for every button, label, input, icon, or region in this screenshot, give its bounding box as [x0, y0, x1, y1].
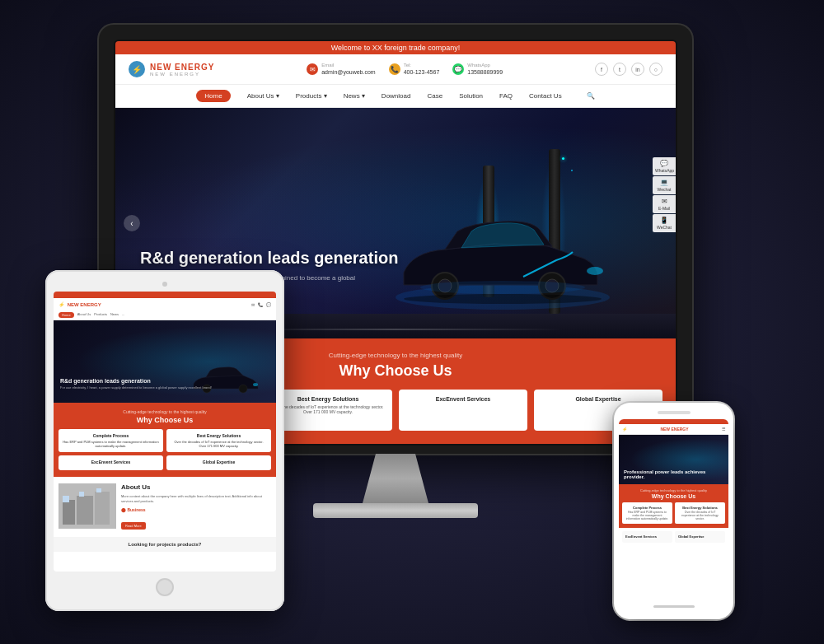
tablet-stat-1: ⬤ Business	[121, 507, 146, 512]
phone-service-card-1: ExcEnvent Services	[622, 531, 672, 543]
phone-why-sub: Cutting-edge technology to the highest q…	[622, 488, 725, 492]
whatsapp-details: WhatsApp 13588889999	[467, 62, 503, 77]
tel-icon: 📞	[389, 63, 400, 75]
instagram-icon[interactable]: ○	[649, 63, 662, 76]
tablet-logo: ⚡ NEW ENERGY	[59, 301, 101, 307]
widget-email[interactable]: ✉ E-Mail	[653, 195, 676, 213]
nav-faq[interactable]: FAQ	[499, 92, 513, 100]
tablet-about-text-col: About Us More content about the company …	[121, 483, 271, 530]
phone-website: ⚡ NEW ENERGY ☰ Professional power leads …	[619, 419, 728, 600]
phone-why-card-1: Complete Process Has ERP and PLM systems…	[622, 502, 672, 524]
tablet-why-section: Cutting-edge technology to the highest q…	[54, 403, 276, 477]
tablet-about-button[interactable]: Read More	[121, 522, 146, 530]
email-contact: ✉ Email admin@youweb.com	[307, 62, 375, 77]
whatsapp-label: WhatsApp	[467, 62, 503, 68]
logo-text: NEW ENERGY NEW ENERGY	[150, 63, 214, 77]
twitter-icon[interactable]: t	[613, 63, 626, 76]
tablet-nav: Home About Us Products News ...	[54, 310, 276, 320]
hero-prev-arrow[interactable]: ‹	[124, 215, 140, 231]
widget-wechat2[interactable]: 📱 WeChat	[653, 214, 676, 232]
tablet-why-card-1-desc: Has ERP and PLM systems to make the mana…	[63, 440, 159, 448]
nav-about[interactable]: About Us ▾	[247, 92, 279, 100]
nav-case[interactable]: Case	[427, 92, 442, 100]
linkedin-icon[interactable]: in	[631, 63, 644, 76]
svg-point-7	[420, 281, 585, 294]
logo-title: NEW ENERGY	[150, 63, 214, 72]
svg-point-6	[404, 294, 602, 304]
widget-whatsapp[interactable]: 💬 WhatsApp	[653, 157, 676, 175]
logo-subtitle: NEW ENERGY	[150, 72, 214, 77]
email-value: admin@youweb.com	[321, 68, 375, 77]
phone-why-card-1-desc: Has ERP and PLM systems to make the mana…	[625, 511, 669, 520]
nav-download[interactable]: Download	[382, 92, 411, 100]
svg-point-5	[587, 267, 603, 275]
phone-service-card-1-title: ExcEnvent Services	[625, 534, 669, 539]
tablet-why-card-4: Global Expertise	[166, 455, 271, 470]
phone: ⚡ NEW ENERGY ☰ Professional power leads …	[614, 403, 733, 619]
svg-rect-16	[79, 492, 84, 497]
tablet-why-card-3-title: ExcEnvent Services	[63, 460, 159, 464]
whatsapp-contact: 💬 WhatsApp 13588889999	[452, 62, 503, 77]
phone-header: ⚡ NEW ENERGY ☰	[619, 424, 728, 435]
nav-home[interactable]: Home	[196, 90, 230, 102]
tablet-tel-icon: 📞	[258, 302, 263, 307]
tablet-nav-more[interactable]: ...	[122, 312, 124, 318]
tablet-camera	[162, 282, 167, 287]
phone-why-card-2: Best Energy Solutions Over the decades o…	[675, 502, 725, 524]
phone-services-section: ExcEnvent Services Global Expertise	[619, 528, 728, 546]
tablet-hero-sub: For use electricity, I heart, a power su…	[60, 385, 212, 390]
nav-contact[interactable]: Contact Us	[529, 92, 562, 100]
why-card-2-desc: Over the decades of IoT experience at th…	[270, 404, 386, 414]
tablet-nav-about[interactable]: About Us	[77, 312, 91, 318]
tablet-nav-news[interactable]: News	[110, 312, 119, 318]
search-icon[interactable]: 🔍	[587, 92, 595, 100]
phone-service-card-2: Global Expertise	[675, 531, 725, 543]
tablet-why-card-2-desc: Over the decades of IoT experience at th…	[171, 440, 267, 448]
tablet-why-card-2-title: Best Energy Solutions	[171, 433, 267, 438]
email-label: Email	[321, 62, 375, 68]
topbar: Welcome to XX foreign trade company!	[115, 41, 676, 54]
phone-service-card-2-title: Global Expertise	[678, 534, 722, 539]
tablet-nav-products[interactable]: Products	[94, 312, 107, 318]
tablet: ⚡ NEW ENERGY ✉ 📞 💬 Home About Us Product…	[45, 270, 284, 611]
nav-solution[interactable]: Solution	[459, 92, 483, 100]
tablet-why-card-3: ExcEnvent Services	[59, 455, 163, 470]
phone-home-bar[interactable]	[653, 605, 695, 608]
tablet-why-card-1-title: Complete Process	[63, 433, 159, 438]
facebook-icon[interactable]: f	[595, 63, 608, 76]
tablet-topbar	[54, 292, 276, 298]
side-widgets: 💬 WhatsApp 💻 Wechat ✉ E-Mail	[653, 157, 676, 232]
tablet-email-icon: ✉	[251, 302, 255, 307]
phone-logo-text: NEW ENERGY	[660, 427, 688, 432]
tablet-about-btn: Read More	[121, 516, 271, 530]
whatsapp-icon: 💬	[452, 63, 464, 75]
phone-why-cards: Complete Process Has ERP and PLM systems…	[622, 502, 725, 524]
tablet-about-title: About Us	[121, 483, 271, 491]
header: ⚡ NEW ENERGY NEW ENERGY ✉ Email	[115, 54, 676, 85]
nav-bar: Home About Us ▾ Products ▾ News ▾ Downlo…	[115, 85, 676, 108]
tablet-why-card-4-title: Global Expertise	[171, 460, 267, 464]
logo: ⚡ NEW ENERGY NEW ENERGY	[129, 61, 214, 77]
tablet-header-contacts: ✉ 📞 💬	[251, 302, 271, 307]
nav-news[interactable]: News ▾	[344, 92, 365, 100]
svg-point-10	[253, 383, 258, 386]
tablet-screen: ⚡ NEW ENERGY ✉ 📞 💬 Home About Us Product…	[54, 292, 276, 572]
nav-products[interactable]: Products ▾	[296, 92, 327, 100]
ev-car-svg	[379, 215, 626, 314]
email-icon: ✉	[307, 63, 318, 75]
svg-rect-12	[63, 500, 75, 525]
why-card-2-title: Best Energy Solutions	[270, 396, 386, 402]
tablet-nav-home[interactable]: Home	[59, 312, 74, 318]
svg-rect-14	[95, 492, 110, 525]
tablet-hero-text: R&d generation leads generation For use …	[60, 378, 212, 390]
widget-wechat2-label: WeChat	[655, 225, 673, 230]
widget-wechat[interactable]: 💻 Wechat	[653, 176, 676, 194]
topbar-text: Welcome to XX foreign trade company!	[331, 44, 460, 52]
phone-hero: Professional power leads achieves provid…	[619, 435, 728, 484]
widget-wechat-icon: 💻	[655, 179, 673, 186]
tablet-home-button[interactable]	[156, 578, 174, 596]
why-card-3-title: ExcEnvent Services	[405, 396, 521, 402]
why-card-4-title: Global Expertise	[541, 396, 656, 402]
phone-nav-toggle[interactable]: ☰	[722, 427, 725, 432]
tablet-outer: ⚡ NEW ENERGY ✉ 📞 💬 Home About Us Product…	[45, 270, 284, 611]
